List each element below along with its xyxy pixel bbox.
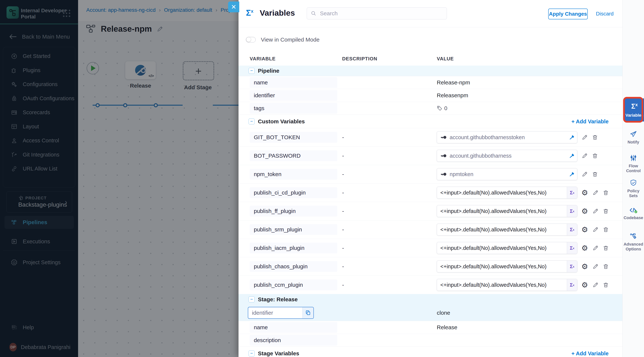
rail-tab-label: Codebase [624, 216, 643, 220]
rail-tab-variables[interactable]: Σx Variables [625, 98, 644, 122]
configure-variable-button[interactable]: ⚙ [582, 208, 588, 215]
variables-table: −Pipelinename Release-npmidentifier Rele… [238, 66, 622, 357]
row-description: description [238, 334, 622, 346]
section-header-pipeline: −Pipeline [238, 66, 622, 76]
key-icon [440, 171, 447, 178]
variable-name: publish_ccm_plugin [250, 280, 337, 290]
variable-name: publish_ci_cd_plugin [250, 187, 337, 198]
edit-variable-button[interactable] [592, 245, 598, 251]
sliders-icon [630, 154, 637, 162]
discard-button[interactable]: Discard [596, 11, 614, 17]
rail-tab-policy-sets[interactable]: PolicySets [622, 179, 644, 198]
delete-variable-button[interactable] [592, 134, 598, 140]
configure-variable-button[interactable]: ⚙ [582, 226, 588, 233]
section-header-stage-release: −Stage: Release [238, 294, 622, 305]
variable-name: description [250, 335, 337, 346]
variable-value: Release [437, 324, 457, 330]
rail-tab-label: Notify [628, 140, 639, 144]
rail-tab-label: Variables [626, 113, 644, 118]
delete-variable-button[interactable] [603, 190, 609, 196]
delete-variable-button[interactable] [603, 226, 609, 233]
edit-variable-button[interactable] [582, 152, 588, 159]
runtime-input-type-button[interactable]: Σx [567, 187, 577, 198]
delete-variable-button[interactable] [603, 208, 609, 214]
rail-tab-label: PolicySets [628, 188, 640, 198]
runtime-value-input[interactable]: <+input>.default(No).allowedValues(Yes,N… [437, 279, 577, 291]
variable-name: name [250, 77, 337, 88]
add-variable-button[interactable]: + Add Variable [571, 350, 608, 356]
collapse-section-button[interactable]: − [248, 118, 254, 124]
column-variable: VARIABLE [250, 56, 276, 62]
edit-variable-button[interactable] [592, 190, 598, 196]
edit-variable-button[interactable] [592, 226, 598, 233]
runtime-value-input[interactable]: <+input>.default(No).allowedValues(Yes,N… [437, 205, 577, 217]
configure-variable-button[interactable]: ⚙ [582, 244, 588, 252]
delete-variable-button[interactable] [592, 152, 598, 159]
runtime-value-input[interactable]: <+input>.default(No).allowedValues(Yes,N… [437, 242, 577, 254]
row-BOT_PASSWORD: BOT_PASSWORD - account.githubbotharness [238, 146, 622, 165]
compiled-mode-toggle[interactable] [246, 37, 256, 42]
close-drawer-button[interactable]: ✕ [228, 2, 239, 12]
variable-name: publish_chaos_plugin [250, 261, 337, 272]
runtime-input-type-button[interactable]: Σx [567, 224, 577, 235]
runtime-input-type-button[interactable]: Σx [567, 205, 577, 217]
section-label: Custom Variables [258, 118, 305, 125]
edit-variable-button[interactable] [582, 171, 588, 178]
search-input[interactable] [320, 10, 442, 17]
rail-tab-notify[interactable]: Notify [622, 130, 644, 144]
edit-variable-button[interactable] [582, 134, 588, 140]
delete-variable-button[interactable] [603, 263, 609, 270]
paper-plane-icon [630, 130, 637, 138]
runtime-value: <+input>.default(No).allowedValues(Yes,N… [437, 282, 567, 288]
row-publish_ff_plugin: publish_ff_plugin - <+input>.default(No)… [238, 202, 622, 220]
rail-tab-advanced-options[interactable]: AdvancedOptions [622, 232, 644, 252]
runtime-value: <+input>.default(No).allowedValues(Yes,N… [437, 190, 567, 196]
collapse-section-button[interactable]: − [248, 68, 254, 74]
identifier-input[interactable]: identifier [248, 307, 314, 319]
pin-icon[interactable] [567, 168, 577, 180]
runtime-input-type-button[interactable]: Σx [567, 279, 577, 291]
copy-button[interactable] [302, 307, 314, 318]
variable-name: GIT_BOT_TOKEN [250, 132, 337, 143]
secret-value-input[interactable]: account.githubbotharnesstoken [437, 131, 577, 143]
rail-tab-flow-control[interactable]: FlowControl [622, 154, 644, 173]
apply-changes-button[interactable]: Apply Changes [548, 8, 588, 20]
secret-value-input[interactable]: npmtoken [437, 168, 577, 180]
variable-description: - [342, 282, 344, 288]
collapse-section-button[interactable]: − [248, 350, 254, 356]
add-variable-button[interactable]: + Add Variable [571, 118, 608, 124]
rail-tab-codebase[interactable]: Codebase [622, 207, 644, 220]
pin-icon[interactable] [567, 150, 577, 162]
edit-variable-button[interactable] [592, 282, 598, 288]
configure-variable-button[interactable]: ⚙ [582, 281, 588, 288]
delete-variable-button[interactable] [603, 282, 609, 288]
variable-description: - [342, 134, 344, 140]
secret-value-input[interactable]: account.githubbotharness [437, 150, 577, 162]
configure-variable-button[interactable]: ⚙ [582, 189, 588, 196]
delete-variable-button[interactable] [592, 171, 598, 178]
search-icon [311, 10, 316, 16]
runtime-value-input[interactable]: <+input>.default(No).allowedValues(Yes,N… [437, 224, 577, 236]
variable-name: npm_token [250, 169, 337, 180]
section-label: Stage Variables [258, 350, 299, 357]
row-publish_iacm_plugin: publish_iacm_plugin - <+input>.default(N… [238, 239, 622, 257]
modal-dim-overlay[interactable] [0, 0, 238, 357]
runtime-value-input[interactable]: <+input>.default(No).allowedValues(Yes,N… [437, 187, 577, 198]
section-label: Stage: Release [258, 296, 298, 302]
pin-icon[interactable] [567, 132, 577, 143]
section-header-custom-variables: −Custom Variables+ Add Variable [238, 114, 622, 128]
delete-variable-button[interactable] [603, 245, 609, 251]
variable-name: name [250, 322, 337, 333]
row-GIT_BOT_TOKEN: GIT_BOT_TOKEN - account.githubbotharness… [238, 128, 622, 146]
runtime-input-type-button[interactable]: Σx [567, 242, 577, 254]
collapse-section-button[interactable]: − [248, 296, 254, 302]
variable-description: - [342, 208, 344, 214]
secret-value: account.githubbotharness [450, 153, 567, 159]
configure-variable-button[interactable]: ⚙ [582, 263, 588, 270]
runtime-input-type-button[interactable]: Σx [567, 261, 577, 272]
runtime-value-input[interactable]: <+input>.default(No).allowedValues(Yes,N… [437, 260, 577, 272]
secret-value: account.githubbotharnesstoken [450, 134, 567, 140]
section-label: Pipeline [258, 68, 279, 74]
edit-variable-button[interactable] [592, 208, 598, 214]
edit-variable-button[interactable] [592, 263, 598, 270]
